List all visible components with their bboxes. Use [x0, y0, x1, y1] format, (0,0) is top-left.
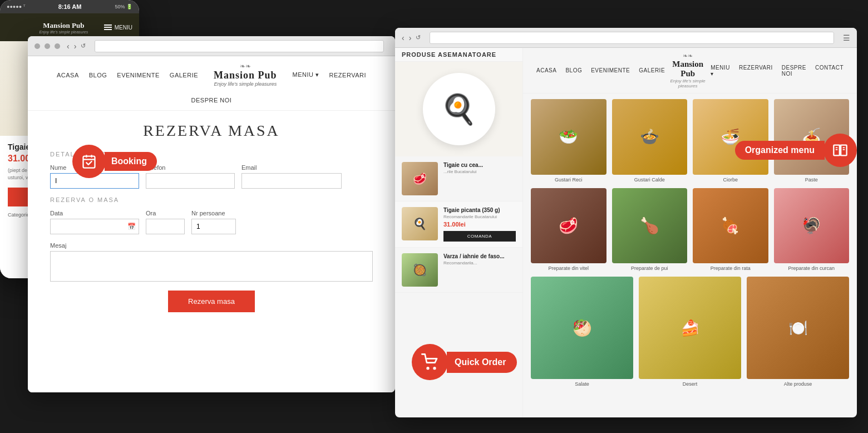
menu-nav-logo: ❧❧ Mansion Pub Enjoy life's simple pleas…	[665, 52, 711, 88]
product-2-image: 🍳	[402, 207, 438, 240]
persons-label: Nr persoane	[191, 210, 236, 216]
booking-badge-label: Booking	[105, 152, 157, 171]
browser-url-bar[interactable]	[95, 40, 384, 52]
menu-desktop-nav: ACASA BLOG EVENIMENTE GALERIE ❧❧ Mansion…	[523, 48, 857, 94]
nav-acasa[interactable]: ACASA	[57, 72, 79, 78]
desktop-nav: ACASA BLOG EVENIMENTE GALERIE ❧❧ Mansion…	[28, 56, 395, 111]
browser-back-icon[interactable]: ‹	[67, 42, 70, 51]
forward-icon-2[interactable]: ›	[409, 33, 412, 42]
browser-toolbar-2: ‹ › ↺ ☰	[395, 28, 857, 48]
cat-alte-label: Alte produse	[747, 381, 849, 387]
product-1-name: Tigaie cu cea...	[443, 162, 516, 168]
browser-min-btn[interactable]	[45, 43, 50, 49]
cat-curcan[interactable]: 🦃 Preparate din curcan	[774, 188, 850, 272]
message-textarea[interactable]	[50, 251, 373, 282]
menu-logo-title: Mansion Pub	[665, 60, 711, 78]
menu-nav-acasa[interactable]: ACASA	[536, 67, 556, 73]
message-field-group: Mesaj	[50, 242, 373, 282]
email-field-group: Email	[241, 164, 342, 189]
svg-point-13	[433, 367, 436, 370]
cat-gustari-reci-label: Gustari Reci	[531, 177, 606, 183]
cat-pui[interactable]: 🍗 Preparate de pui	[612, 188, 688, 272]
menu-nav-contact[interactable]: CONTACT	[815, 65, 844, 77]
date-input[interactable]	[50, 219, 139, 234]
cat-salate[interactable]: 🥙 Salate	[531, 277, 633, 387]
cat-rata-label: Preparate din rata	[693, 265, 768, 271]
nav-evenimente[interactable]: EVENIMENTE	[117, 72, 160, 78]
svg-rect-4	[834, 145, 840, 156]
cat-gustari-calde[interactable]: 🍲 Gustari Calde	[612, 99, 688, 183]
product-2-info: Tigaie picanta (350 g) Recomandarile Buc…	[443, 207, 516, 242]
menu-nav-meniu[interactable]: MENIU ▾	[711, 65, 730, 77]
cat-gustari-reci[interactable]: 🥗 Gustari Reci	[531, 99, 606, 183]
cat-vitel[interactable]: 🥩 Preparate din vitel	[531, 188, 606, 272]
browser-menu-icon-2[interactable]: ☰	[843, 33, 850, 42]
nav-galerie[interactable]: GALERIE	[170, 72, 198, 78]
mobile-logo-title: Mansion Pub	[40, 21, 88, 30]
product-2-order-button[interactable]: COMANDA	[443, 231, 516, 242]
hamburger-line-3	[104, 29, 112, 30]
browser-toolbar-1: ‹ › ↺	[28, 36, 395, 56]
nav-blog[interactable]: BLOG	[89, 72, 107, 78]
menu-nav-rezervari[interactable]: REZERVARI	[739, 65, 773, 77]
product-1-image: 🥩	[402, 162, 438, 195]
booking-page-content: ACASA BLOG EVENIMENTE GALERIE ❧❧ Mansion…	[28, 56, 395, 392]
hamburger-line-2	[104, 27, 112, 28]
svg-rect-0	[83, 156, 95, 168]
svg-point-12	[426, 367, 429, 370]
cart-icon	[421, 353, 439, 371]
browser-close-btn[interactable]	[34, 43, 40, 49]
cat-alte[interactable]: 🍽️ Alte produse	[747, 277, 849, 387]
cat-rata[interactable]: 🍖 Preparate din rata	[693, 188, 768, 272]
time-label: Ora	[146, 210, 185, 216]
logo-subtitle: Enjoy life's simple pleasures	[214, 81, 277, 87]
menu-nav-galerie[interactable]: GALERIE	[639, 67, 665, 73]
nav-meniu[interactable]: MENIU ▾	[293, 71, 319, 78]
menu-nav-blog[interactable]: BLOG	[565, 67, 582, 73]
browser-forward-icon[interactable]: ›	[74, 42, 77, 51]
menu-nav-evenimente[interactable]: EVENIMENTE	[591, 67, 630, 73]
categories-row-3: 🥙 Salate 🍰 Desert 🍽️ Alt	[531, 277, 849, 387]
email-input[interactable]	[241, 173, 342, 189]
product-1-subcat: ...rile Bucatarului	[443, 169, 516, 174]
product-row-3: 🥘 Varza / iahnie de faso... Recomandaril…	[395, 248, 522, 293]
booking-title: Rezerva masa	[50, 122, 373, 140]
persons-select[interactable]: 1234	[191, 219, 236, 234]
booking-badge-circle	[72, 145, 106, 178]
book-open-icon	[832, 142, 848, 158]
url-bar-2[interactable]	[430, 32, 834, 44]
phone-field-group: Telefon	[146, 164, 235, 189]
date-label: Data	[50, 210, 139, 216]
product-3-info: Varza / iahnie de faso... Recomandarila.…	[443, 253, 516, 267]
hamburger-line-1	[104, 24, 112, 26]
time-input[interactable]	[146, 219, 185, 234]
cat-desert[interactable]: 🍰 Desert	[639, 277, 741, 387]
submit-reservation-button[interactable]: Rezerva masa	[168, 291, 255, 312]
product-2-name: Tigaie picanta (350 g)	[443, 207, 516, 213]
logo-ornament: ❧❧	[214, 63, 277, 70]
mobile-menu-button[interactable]: MENIU	[104, 24, 132, 31]
menu-categories-panel: ACASA BLOG EVENIMENTE GALERIE ❧❧ Mansion…	[523, 48, 857, 417]
nav-despre[interactable]: DESPRE NOI	[191, 97, 232, 104]
cat-gustari-calde-label: Gustari Calde	[612, 177, 688, 183]
back-icon-2[interactable]: ‹	[402, 33, 405, 42]
refresh-icon-2[interactable]: ↺	[416, 34, 421, 41]
browser-max-btn[interactable]	[55, 43, 60, 49]
organized-menu-badge: Organized menu	[735, 134, 857, 167]
mobile-time: 8:16 AM	[58, 3, 82, 10]
menu-nav-despre[interactable]: DESPRE NOI	[782, 65, 806, 77]
cat-desert-label: Desert	[639, 381, 741, 387]
hamburger-icon	[104, 24, 112, 30]
time-field-group: Ora	[146, 210, 185, 234]
booking-badge: Booking	[72, 145, 157, 178]
persons-field-group: Nr persoane 1234	[191, 210, 236, 234]
mobile-menu-label: MENIU	[115, 24, 132, 31]
phone-input[interactable]	[146, 173, 235, 189]
nav-rezervari[interactable]: REZERVARI	[329, 72, 366, 78]
browser-refresh-icon[interactable]: ↺	[81, 42, 86, 50]
cat-pui-label: Preparate de pui	[612, 265, 688, 271]
product-row-2: 🍳 Tigaie picanta (350 g) Recomandarile B…	[395, 201, 522, 248]
cat-salate-label: Salate	[531, 381, 633, 387]
product-3-image: 🥘	[402, 253, 438, 287]
mobile-logo-subtitle: Enjoy life's simple pleasures	[40, 30, 88, 34]
